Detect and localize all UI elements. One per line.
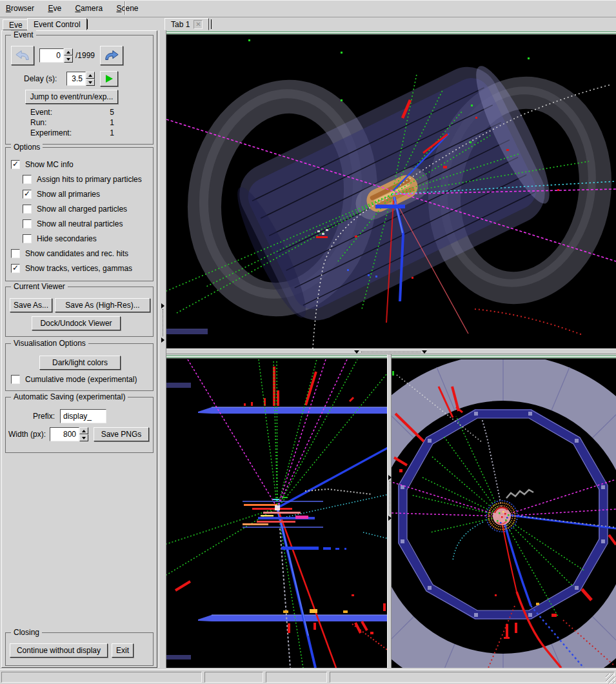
- options-group: Options Show MC info Assign hits to prim…: [5, 147, 154, 281]
- tab-divider: [211, 19, 212, 29]
- dark-light-colors-button[interactable]: Dark/light colors: [39, 356, 121, 370]
- checkbox[interactable]: [11, 375, 20, 384]
- checkbox[interactable]: [23, 205, 32, 214]
- automatic-saving-title: Automatic Saving (experimental): [11, 392, 128, 401]
- experiment-info-row: Experiment: 1: [6, 128, 153, 139]
- checkbox[interactable]: [23, 190, 32, 199]
- sidebar-splitter[interactable]: [159, 30, 166, 668]
- checkbox[interactable]: [23, 175, 32, 184]
- splitter-arrow-icon[interactable]: [354, 350, 359, 354]
- dock-undock-button[interactable]: Dock/Undock Viewer: [32, 316, 121, 330]
- experiment-value: 1: [96, 128, 114, 137]
- spin-up-icon[interactable]: [79, 427, 88, 434]
- forward-arrow-icon: [104, 49, 119, 62]
- back-arrow-icon: [15, 49, 30, 62]
- prefix-input[interactable]: [60, 409, 106, 423]
- spin-down-icon[interactable]: [79, 434, 88, 441]
- save-as-highres-button[interactable]: Save As (High-Res)...: [55, 298, 150, 312]
- sidebar-tabbar: Eve Event Control: [1, 18, 159, 30]
- menubar-separator: [124, 1, 126, 15]
- checkbox[interactable]: [11, 264, 20, 273]
- spin-up-icon[interactable]: [64, 48, 73, 55]
- menu-camera[interactable]: Camera: [69, 0, 108, 16]
- splitter-dots: [390, 481, 390, 514]
- width-input[interactable]: [50, 427, 79, 441]
- splitter-arrow-icon[interactable]: [161, 337, 164, 343]
- jump-to-event-button[interactable]: Jump to event/run/exp...: [25, 90, 118, 104]
- current-viewer-group: Current Viewer Save As... Save As (High-…: [5, 287, 154, 337]
- exit-button[interactable]: Exit: [112, 643, 134, 658]
- viewer-3d-side-scene[interactable]: [166, 359, 387, 668]
- viewer-3d-side[interactable]: [166, 354, 387, 668]
- event-number-input[interactable]: [39, 48, 64, 63]
- splitter-arrow-icon[interactable]: [161, 303, 164, 308]
- width-label: Width (px):: [8, 430, 46, 439]
- run-info-row: Run: 1: [6, 118, 153, 128]
- viewer-3d-perspective[interactable]: [166, 30, 616, 348]
- splitter-dots: [163, 309, 163, 336]
- automatic-saving-group: Automatic Saving (experimental) Prefix: …: [5, 397, 154, 453]
- delay-label: Delay (s):: [24, 74, 57, 83]
- closing-group: Closing Continue without display Exit: [5, 632, 154, 666]
- menu-eve[interactable]: Eve: [42, 0, 67, 16]
- resize-grip[interactable]: [606, 674, 615, 683]
- closing-title: Closing: [11, 628, 42, 637]
- workspace-tabbar: Tab 1 ✕: [161, 18, 616, 30]
- event-group-title: Event: [11, 30, 36, 39]
- menu-browser[interactable]: Browser: [0, 0, 40, 16]
- tab-event-control[interactable]: Event Control: [27, 18, 87, 30]
- save-as-button[interactable]: Save As...: [10, 298, 52, 312]
- status-cell: [1, 672, 202, 683]
- checkbox[interactable]: [11, 160, 20, 169]
- close-tab-icon[interactable]: ✕: [194, 20, 203, 29]
- next-event-button[interactable]: [100, 46, 123, 65]
- delay-spinner[interactable]: [86, 72, 95, 86]
- continue-without-display-button[interactable]: Continue without display: [10, 643, 108, 658]
- event-display-window: Browser Eve Camera Scene Eve Event Contr…: [0, 0, 616, 684]
- viewer-header-bar: [166, 354, 387, 359]
- play-icon: [106, 75, 113, 83]
- event-number-spinner[interactable]: [64, 48, 73, 63]
- checkbox[interactable]: [11, 249, 20, 258]
- prefix-label: Prefix:: [33, 412, 55, 421]
- options-group-title: Options: [11, 143, 43, 152]
- run-value: 1: [96, 118, 114, 127]
- event-value: 5: [96, 108, 114, 117]
- splitter-arrow-icon[interactable]: [422, 350, 427, 354]
- splitter-dots: [361, 352, 421, 352]
- event-info-row: Event: 5: [6, 108, 153, 118]
- viewer-header-bar: [392, 354, 616, 359]
- viewer-3d-front-scene[interactable]: [392, 359, 616, 668]
- statusbar: [0, 669, 616, 684]
- status-cell: [266, 672, 327, 683]
- status-cell: [204, 672, 263, 683]
- tab-eve[interactable]: Eve: [3, 19, 29, 30]
- visualisation-options-title: Visualisation Options: [11, 339, 88, 348]
- spin-down-icon[interactable]: [86, 79, 95, 86]
- play-button[interactable]: [100, 71, 118, 86]
- checkbox[interactable]: [23, 219, 32, 228]
- status-cell: [330, 672, 615, 683]
- menubar: Browser Eve Camera Scene: [0, 0, 616, 17]
- spin-down-icon[interactable]: [64, 55, 73, 63]
- delay-input[interactable]: [66, 72, 86, 86]
- event-total-label: /1999: [75, 51, 95, 60]
- current-viewer-title: Current Viewer: [11, 282, 68, 291]
- checkbox[interactable]: [23, 234, 32, 243]
- width-spinner[interactable]: [79, 427, 88, 441]
- tab-divider: [87, 19, 88, 29]
- viewer-h-splitter[interactable]: [166, 348, 616, 354]
- tab-1[interactable]: Tab 1 ✕: [164, 18, 209, 30]
- viewer-3d-perspective-scene[interactable]: [166, 35, 616, 348]
- event-group: Event /1999 Delay (s):: [5, 35, 154, 145]
- save-pngs-button[interactable]: Save PNGs: [94, 427, 149, 441]
- spin-up-icon[interactable]: [86, 72, 95, 79]
- viewer-v-splitter[interactable]: [387, 354, 392, 668]
- viewer-3d-front[interactable]: [392, 354, 616, 668]
- event-control-panel: Event /1999 Delay (s):: [1, 30, 157, 668]
- viewer-header-bar: [166, 30, 616, 35]
- visualisation-options-group: Visualisation Options Dark/light colors …: [5, 343, 154, 391]
- prev-event-button[interactable]: [11, 46, 34, 65]
- menu-scene[interactable]: Scene: [110, 0, 144, 16]
